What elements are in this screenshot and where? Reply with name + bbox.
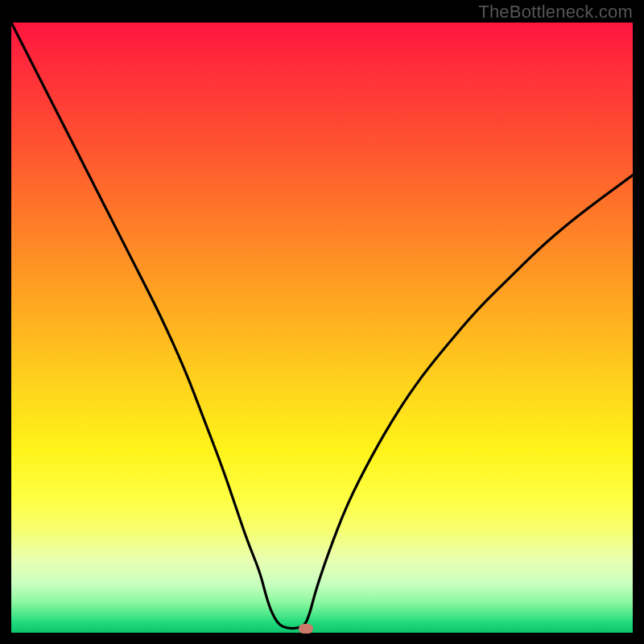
watermark-label: TheBottleneck.com (478, 2, 633, 23)
chart-frame: TheBottleneck.com (0, 0, 644, 644)
curve-svg (11, 23, 633, 633)
optimal-point-marker (299, 624, 313, 634)
bottleneck-curve (11, 23, 633, 629)
plot-area (11, 23, 633, 633)
